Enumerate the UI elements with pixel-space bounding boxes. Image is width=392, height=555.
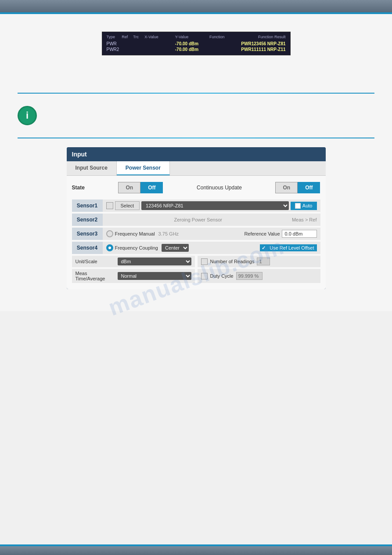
ref-value-input[interactable]: [282, 230, 317, 238]
unit-scale-dropdown[interactable]: dBm: [118, 258, 191, 265]
sensor1-label-text: Sensor1: [77, 203, 97, 209]
sensor1-checkbox[interactable]: [106, 202, 113, 209]
info-section: i: [18, 102, 374, 129]
state-label: State: [72, 185, 85, 191]
row1-type: PWR: [107, 41, 122, 46]
info-icon: i: [18, 106, 37, 125]
duty-cycle-checkbox[interactable]: [201, 273, 208, 279]
row1-ref: [122, 41, 133, 46]
num-readings-input[interactable]: [257, 258, 270, 265]
col-type-header: Type: [107, 35, 122, 39]
tab-input-source[interactable]: Input Source: [67, 161, 117, 175]
col-ref-header: Ref: [122, 35, 133, 39]
state-on-button[interactable]: On: [118, 182, 140, 193]
sensor1-dropdown[interactable]: 123456 NRP-Z81: [141, 201, 289, 210]
spacer1: [18, 66, 374, 84]
freq-manual-label: Frequency Manual: [115, 231, 155, 236]
cu-off-button[interactable]: Off: [298, 182, 320, 193]
tab-input-source-label: Input Source: [76, 165, 108, 171]
section-divider-2: [18, 138, 374, 138]
unit-readings-row: Unit/Scale dBm Number of Readings: [72, 256, 320, 267]
row2-type: PWR2: [107, 47, 122, 52]
marker-table-wrapper: Type Ref Trc X-Value Y-Value Function Fu…: [18, 32, 374, 55]
sensor2-label: Sensor2: [72, 214, 103, 226]
meas-duty-row: Meas Time/Average Normal Duty Cycle: [72, 269, 320, 283]
row2-xvalue: [144, 47, 175, 52]
auto-checkbox-icon: ✓: [295, 203, 301, 209]
row1-yvalue: -70.00 dBm: [175, 41, 209, 46]
top-bar: [0, 0, 392, 12]
sensor1-row: Sensor1 Select 123456 NRP-Z81 ✓ Auto: [72, 200, 320, 212]
state-off-button[interactable]: Off: [140, 182, 163, 193]
use-ref-checkbox[interactable]: ✓: [260, 244, 267, 251]
section-divider: [18, 93, 374, 94]
sensor1-content: Select 123456 NRP-Z81 ✓ Auto: [103, 200, 320, 212]
duty-cycle-label: Duty Cycle: [210, 273, 234, 279]
meas-time-dropdown[interactable]: Normal: [118, 272, 191, 280]
freq-manual-radio[interactable]: [106, 230, 113, 237]
input-panel-wrapper: Input Input Source Power Sensor State On: [18, 147, 374, 289]
row1-trc: [133, 41, 144, 46]
info-symbol: i: [26, 110, 29, 121]
tab-power-sensor[interactable]: Power Sensor: [117, 161, 170, 175]
freq-manual-value: 3.75 GHz: [158, 231, 179, 236]
state-btn-group: On Off: [118, 182, 163, 193]
ref-value-group: Reference Value: [244, 230, 316, 238]
sensor3-row: Sensor3 Frequency Manual 3.75 GHz Refere…: [72, 228, 320, 240]
col-trc-header: Trc: [133, 35, 144, 39]
col-function-header: Function: [209, 35, 240, 39]
cu-btn-group: On Off: [275, 182, 320, 193]
row2-yvalue: -70.00 dBm: [175, 47, 209, 52]
coupling-dropdown[interactable]: Center: [162, 244, 189, 252]
table-row: PWR2 -70.00 dBm PWR111111 NRP-Z11: [107, 47, 286, 52]
panel-tabs: Input Source Power Sensor: [67, 161, 326, 176]
content-area: Type Ref Trc X-Value Y-Value Function Fu…: [0, 14, 392, 311]
freq-coupling-radio[interactable]: [106, 244, 113, 251]
sensor1-select-button[interactable]: Select: [115, 201, 140, 210]
freq-coupling-label: Frequency Coupling: [115, 245, 158, 250]
row1-xvalue: [144, 41, 175, 46]
cu-on-button[interactable]: On: [275, 182, 298, 193]
table-row: PWR -70.00 dBm PWR123456 NRP-Z81: [107, 41, 286, 47]
sensor2-label-text: Sensor2: [77, 217, 97, 223]
meas-ref-text: Meas > Ref: [292, 217, 317, 222]
freq-coupling-group: Frequency Coupling Center: [106, 244, 189, 252]
col-yvalue-header: Y-Value: [175, 35, 209, 39]
row1-function: [209, 41, 240, 46]
duty-cycle-input[interactable]: [236, 272, 263, 280]
zeroing-text: Zeroing Power Sensor: [106, 217, 290, 222]
panel-title: Input: [67, 147, 326, 161]
row2-function: [209, 47, 240, 52]
freq-manual-group: Frequency Manual 3.75 GHz: [106, 230, 179, 237]
sensor1-auto-button[interactable]: ✓ Auto: [291, 202, 317, 210]
sensor2-content: Zeroing Power Sensor Meas > Ref: [103, 214, 320, 226]
use-ref-label: Use Ref Level Offset: [267, 244, 316, 251]
sensor2-row: Sensor2 Zeroing Power Sensor Meas > Ref: [72, 214, 320, 226]
sensor4-content: Frequency Coupling Center ✓ Use Ref Leve…: [103, 242, 320, 254]
num-readings-checkbox[interactable]: [201, 258, 208, 265]
sensor1-label: Sensor1: [72, 200, 103, 212]
row2-fresult: PWR111111 NRP-Z11: [240, 47, 285, 52]
sensor4-label-text: Sensor4: [77, 245, 97, 251]
marker-table-header: Type Ref Trc X-Value Y-Value Function Fu…: [107, 35, 286, 39]
continuous-update-label: Continuous Update: [197, 185, 242, 191]
row1-fresult: PWR123456 NRP-Z81: [240, 41, 285, 46]
sensor4-row: Sensor4 Frequency Coupling Center ✓: [72, 242, 320, 254]
state-row: State On Off Continuous Update On Off: [72, 180, 320, 195]
num-readings-group: Number of Readings: [198, 256, 320, 267]
sensor3-content: Frequency Manual 3.75 GHz Reference Valu…: [103, 228, 320, 240]
marker-table: Type Ref Trc X-Value Y-Value Function Fu…: [102, 32, 291, 55]
col-fresult-header: Function Result: [240, 35, 285, 39]
tab-power-sensor-label: Power Sensor: [126, 165, 161, 171]
auto-label: Auto: [302, 203, 313, 208]
meas-time-group: Meas Time/Average Normal: [72, 269, 195, 283]
sensor3-label: Sensor3: [72, 228, 103, 240]
duty-cycle-group: Duty Cycle: [198, 269, 320, 283]
panel-body: State On Off Continuous Update On Off Se…: [67, 176, 326, 289]
use-ref-group: ✓ Use Ref Level Offset: [260, 244, 316, 251]
num-readings-label: Number of Readings: [210, 259, 255, 264]
col-xvalue-header: X-Value: [144, 35, 175, 39]
sensor3-label-text: Sensor3: [77, 231, 97, 237]
meas-time-label: Meas Time/Average: [76, 271, 115, 281]
unit-scale-label: Unit/Scale: [76, 259, 115, 264]
